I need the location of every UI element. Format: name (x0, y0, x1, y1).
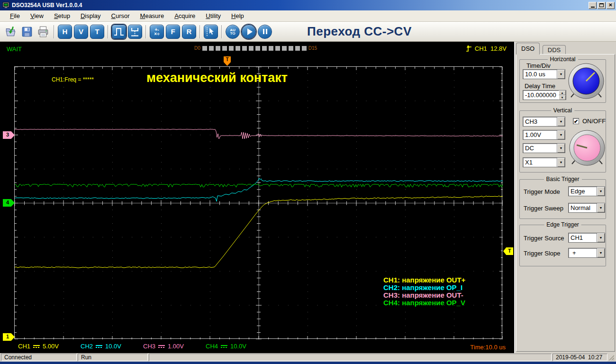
legend-entry: CH1: напряжение OUT+ (383, 276, 465, 284)
d0-label: D0 (194, 46, 200, 51)
delay-time-label: Delay Time (525, 82, 555, 90)
toolbar-separator (108, 25, 109, 38)
menu-measure[interactable]: Measure (135, 10, 170, 21)
menu-file[interactable]: File (5, 10, 25, 21)
menu-setup[interactable]: Setup (49, 10, 75, 21)
pause-icon (263, 29, 267, 34)
maximize-icon (599, 3, 604, 7)
connection-status: Connected (1, 354, 77, 361)
math-button[interactable]: +-×÷ (150, 25, 164, 39)
edge-trigger-title: Edge Trigger (544, 221, 581, 228)
trigger-sweep-select[interactable]: Normal▼ (568, 203, 605, 213)
dso-tab-page: Horizontal Time/Div 10.0 us▼ Delay Time … (516, 54, 615, 352)
trigger-source-select[interactable]: CH1▼ (568, 233, 605, 243)
coupling-select[interactable]: DC▼ (523, 143, 565, 153)
edge-trigger-group: Edge Trigger Trigger Source CH1▼ Trigger… (519, 225, 606, 266)
menu-display[interactable]: Display (75, 10, 106, 21)
vertical-knob[interactable] (568, 129, 606, 168)
auto-set-button[interactable]: AUTO (226, 25, 240, 39)
trigger-sweep-label: Trigger Sweep (524, 205, 563, 212)
spin-up-icon[interactable]: ▲ (559, 91, 566, 95)
menu-utility[interactable]: Utility (200, 10, 226, 21)
channel-readout-row: CH15.00VCH210.0VCH31.00VCH410.0V (0, 340, 514, 352)
onoff-checkbox[interactable]: ✔ (573, 118, 579, 124)
menu-help[interactable]: Help (226, 10, 249, 21)
trigger-mode-label: Trigger Mode (524, 188, 560, 195)
print-icon (37, 26, 49, 38)
horizontal-knob[interactable] (567, 62, 605, 101)
chevron-down-icon[interactable]: ▼ (597, 248, 605, 257)
rising-edge-icon (466, 45, 472, 53)
basic-trigger-group: Basic Trigger Trigger Mode Edge▼ Trigger… (519, 179, 606, 219)
close-button[interactable]: ✕ (607, 2, 615, 9)
window-title: DSO3254A USB Ver1.0.0.4 (12, 2, 589, 9)
chevron-down-icon[interactable]: ▼ (597, 203, 605, 212)
channel-select[interactable]: CH3▼ (523, 117, 565, 127)
horizontal-settings-button[interactable]: H (58, 25, 72, 39)
control-panel: DSO DDS Horizontal Time/Div 10.0 us▼ Del… (514, 42, 616, 353)
trigger-time-marker[interactable]: T (224, 56, 231, 66)
trigger-level-marker[interactable]: T (503, 247, 513, 255)
datetime-status: 2019-05-04 10:27 (553, 354, 607, 361)
chevron-down-icon[interactable]: ▼ (557, 70, 565, 79)
delay-time-input[interactable]: -10.000000 ▲▼ (523, 90, 566, 100)
probe-select[interactable]: X1▼ (523, 157, 565, 167)
chevron-down-icon[interactable]: ▼ (557, 130, 565, 139)
channel-readout-ch2: CH210.0V (81, 343, 121, 350)
tab-dso[interactable]: DSO (516, 43, 540, 55)
trigger-settings-button[interactable]: T (90, 25, 104, 39)
resize-grip[interactable] (608, 354, 615, 361)
channel-readout-ch3: CH31.00V (143, 343, 184, 350)
digital-lane-square (202, 46, 207, 51)
status-bar: Connected Run 2019-05-04 10:27 (0, 353, 616, 362)
waveform-plot[interactable]: CH1:Freq = ***** механический контакт CH… (14, 66, 502, 339)
open-button[interactable] (4, 25, 18, 39)
d15-label: D15 (308, 46, 317, 51)
save-button[interactable] (20, 25, 34, 39)
digital-lane-square (302, 46, 307, 51)
timediv-select[interactable]: 10.0 us▼ (523, 69, 565, 79)
spin-down-icon[interactable]: ▼ (559, 95, 566, 100)
scale-select[interactable]: 1.00V▼ (523, 130, 565, 140)
chevron-down-icon[interactable]: ▼ (557, 144, 565, 153)
save-icon (21, 26, 33, 38)
chevron-down-icon[interactable]: ▼ (557, 158, 565, 167)
chevron-down-icon[interactable]: ▼ (597, 233, 605, 242)
page-title: Переход CC->CV (307, 24, 412, 39)
title-bar: DSO3254A USB Ver1.0.0.4 ✕ (0, 0, 616, 10)
pulse-amplitude-button[interactable] (128, 25, 142, 39)
pause-button[interactable] (258, 25, 272, 39)
run-button[interactable] (242, 25, 256, 39)
cursor-icon (205, 26, 217, 37)
dc-coupling-icon (96, 344, 102, 348)
menu-view[interactable]: View (25, 10, 49, 21)
dc-coupling-icon (221, 344, 227, 348)
cursor-measure-button[interactable] (204, 25, 218, 39)
basic-trigger-title: Basic Trigger (544, 176, 581, 182)
maximize-button[interactable] (598, 2, 606, 9)
vertical-settings-button[interactable]: V (74, 25, 88, 39)
menu-acquire[interactable]: Acquire (169, 10, 200, 21)
digital-lane-square (262, 46, 267, 51)
trigger-slope-select[interactable]: +▼ (568, 248, 605, 258)
legend-entry: CH3: напряжение OUT- (383, 291, 465, 299)
menu-cursor[interactable]: Cursor (106, 10, 135, 21)
pulse-width-button[interactable] (112, 25, 126, 39)
tab-dds[interactable]: DDS (543, 45, 566, 55)
digital-lane-square (242, 46, 247, 51)
minimize-icon (591, 7, 595, 8)
reference-button[interactable]: R (182, 25, 196, 39)
trigger-mode-select[interactable]: Edge▼ (568, 186, 605, 196)
print-button[interactable] (36, 25, 50, 39)
minimize-button[interactable] (589, 2, 597, 9)
digital-lane-square (209, 46, 214, 51)
ch4-reference-marker[interactable]: 4 (3, 199, 15, 207)
app-window: DSO3254A USB Ver1.0.0.4 ✕ FileViewSetupD… (0, 0, 616, 364)
trigger-slope-label: Trigger Slope (524, 250, 561, 257)
ch3-reference-marker[interactable]: 3 (3, 131, 15, 139)
window-bottom-border (0, 362, 616, 364)
ch1-reference-marker[interactable]: 1 (3, 333, 15, 341)
fft-button[interactable]: F (166, 25, 180, 39)
chevron-down-icon[interactable]: ▼ (597, 187, 605, 196)
chevron-down-icon[interactable]: ▼ (557, 117, 565, 126)
